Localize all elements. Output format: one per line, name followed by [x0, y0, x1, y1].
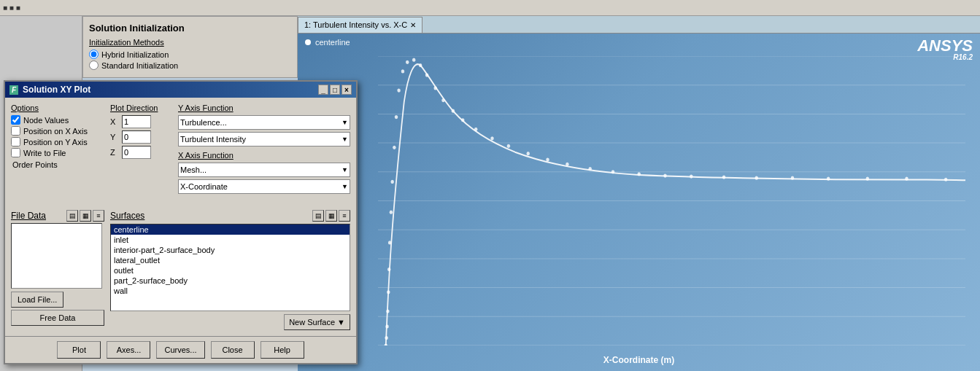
- options-checkboxes: Node Values Position on X Axis Position …: [11, 115, 104, 169]
- plot-tab[interactable]: 1: Turbulent Intensity vs. X-C ✕: [298, 17, 423, 33]
- minimize-button[interactable]: _: [318, 85, 328, 95]
- file-data-btn2[interactable]: ▦: [80, 210, 91, 222]
- svg-point-46: [412, 58, 415, 62]
- position-x-checkbox[interactable]: [11, 126, 20, 136]
- help-button[interactable]: Help: [261, 341, 304, 359]
- file-data-label: File Data: [11, 211, 46, 221]
- load-free-buttons: Load File...: [11, 292, 104, 308]
- dialog-content: Options Node Values Position on X Axis P…: [5, 98, 356, 336]
- surfaces-toolbar: ▤ ▦ ≡: [312, 210, 350, 222]
- dialog-titlebar-icons: _ □ ×: [318, 85, 352, 95]
- plot-direction-label: Plot Direction: [110, 104, 172, 112]
- legend-label: centerline: [315, 38, 350, 47]
- turbulent-intensity-dropdown[interactable]: Turbulent Intensity ▼: [178, 132, 350, 147]
- plot-button[interactable]: Plot: [57, 341, 101, 359]
- bottom-buttons: Plot Axes... Curves... Close Help: [5, 336, 356, 363]
- hybrid-init-label: Hybrid Initialization: [101, 50, 169, 59]
- surfaces-bottom: New Surface ▼: [110, 314, 350, 330]
- surfaces-header: Surfaces ▤ ▦ ≡: [110, 210, 350, 222]
- surface-item-centerline[interactable]: centerline: [111, 224, 350, 235]
- plot-tab-label: 1: Turbulent Intensity vs. X-C: [304, 20, 407, 29]
- svg-point-39: [390, 211, 393, 214]
- new-surface-label: New Surface: [289, 318, 335, 327]
- position-y-checkbox-row: Position on Y Axis: [11, 137, 104, 147]
- svg-point-41: [393, 146, 396, 149]
- chart-svg: 1.00e+02 9.00e+01 8.00e+01 7.00e+01 6.00…: [378, 56, 965, 345]
- plot-tab-close[interactable]: ✕: [410, 21, 416, 29]
- standard-init-radio[interactable]: [89, 60, 99, 70]
- svg-point-54: [490, 136, 493, 140]
- axes-button[interactable]: Axes...: [107, 341, 150, 359]
- x-coordinate-dropdown[interactable]: X-Coordinate ▼: [178, 179, 350, 194]
- plot-legend: centerline: [305, 38, 350, 47]
- free-data-row: Free Data: [11, 310, 104, 326]
- turbulent-intensity-text: Turbulent Intensity: [180, 135, 246, 144]
- node-values-label: Node Values: [23, 116, 69, 125]
- position-x-label: Position on X Axis: [23, 127, 88, 136]
- surfaces-list[interactable]: centerline inlet interior-part_2-surface…: [110, 224, 350, 311]
- turbulence-dropdown[interactable]: Turbulence... ▼: [178, 115, 350, 130]
- hybrid-init-radio[interactable]: [89, 50, 99, 59]
- file-data-btn1[interactable]: ▤: [66, 210, 78, 222]
- free-data-button[interactable]: Free Data: [11, 310, 104, 326]
- surface-item-outlet[interactable]: outlet: [111, 265, 350, 276]
- file-data-btn3[interactable]: ≡: [93, 210, 104, 222]
- options-label: Options: [11, 104, 104, 112]
- mesh-dropdown[interactable]: Mesh... ▼: [178, 163, 350, 177]
- mesh-dropdown-text: Mesh...: [180, 165, 207, 174]
- x-coordinate-arrow: ▼: [342, 183, 348, 190]
- turbulence-dropdown-text: Turbulence...: [180, 118, 227, 127]
- node-values-checkbox[interactable]: [11, 115, 20, 125]
- x-coord-label: X: [110, 117, 119, 126]
- position-x-checkbox-row: Position on X Axis: [11, 126, 104, 136]
- toolbar-icons: ■ ■ ■: [3, 4, 20, 12]
- surface-item-wall[interactable]: wall: [111, 286, 350, 296]
- load-file-button[interactable]: Load File...: [11, 292, 63, 308]
- axis-functions-section: Y Axis Function Turbulence... ▼ Turbulen…: [178, 104, 350, 206]
- svg-point-40: [390, 180, 393, 184]
- toolbar: ■ ■ ■: [0, 0, 980, 16]
- surfaces-btn3[interactable]: ≡: [339, 210, 350, 222]
- z-coord-input[interactable]: [122, 146, 151, 159]
- surfaces-btn1[interactable]: ▤: [312, 210, 324, 222]
- node-values-checkbox-row: Node Values: [11, 115, 104, 125]
- curves-button[interactable]: Curves...: [156, 341, 204, 359]
- write-to-file-checkbox[interactable]: [11, 148, 20, 157]
- order-points-label: Order Points: [12, 160, 58, 169]
- x-coord-input[interactable]: [122, 115, 151, 128]
- new-surface-arrow: ▼: [337, 318, 345, 327]
- surface-item-interior[interactable]: interior-part_2-surface_body: [111, 245, 350, 255]
- maximize-button[interactable]: □: [330, 85, 340, 95]
- dialog-close-button[interactable]: Close: [211, 341, 255, 359]
- turbulent-intensity-arrow: ▼: [342, 136, 348, 143]
- svg-point-55: [507, 144, 510, 148]
- svg-point-42: [395, 115, 398, 119]
- solution-init-panel: Solution Initialization Initialization M…: [82, 16, 298, 78]
- y-coord-row: Y: [110, 130, 172, 144]
- mesh-dropdown-arrow: ▼: [342, 166, 348, 173]
- position-y-label: Position on Y Axis: [23, 138, 88, 147]
- surfaces-btn2[interactable]: ▦: [325, 210, 337, 222]
- position-y-checkbox[interactable]: [11, 137, 20, 147]
- plot-area: 1: Turbulent Intensity vs. X-C ✕ centerl…: [298, 16, 980, 371]
- y-coord-label: Y: [110, 133, 119, 141]
- init-methods-label: Initialization Methods: [89, 38, 291, 47]
- surface-item-lateral[interactable]: lateral_outlet: [111, 255, 350, 265]
- y-coord-input[interactable]: [122, 130, 151, 144]
- file-data-list: [11, 223, 102, 289]
- x-axis-function-label: X Axis Function: [178, 151, 350, 160]
- standard-init-label: Standard Initialization: [101, 61, 178, 70]
- file-data-section: File Data ▤ ▦ ≡ Load File... Free Data: [11, 210, 104, 330]
- surfaces-label: Surfaces: [110, 211, 144, 221]
- write-to-file-checkbox-row: Write to File: [11, 148, 104, 157]
- new-surface-button[interactable]: New Surface ▼: [284, 314, 350, 330]
- close-button[interactable]: ×: [342, 85, 352, 95]
- z-coord-row: Z: [110, 146, 172, 159]
- surface-item-inlet[interactable]: inlet: [111, 235, 350, 245]
- surface-item-part2[interactable]: part_2-surface_body: [111, 276, 350, 286]
- solution-init-title: Solution Initialization: [89, 23, 291, 34]
- x-axis-title: X-Coordinate (m): [603, 355, 674, 365]
- dialog-title: Solution XY Plot: [23, 85, 90, 95]
- surfaces-section: Surfaces ▤ ▦ ≡ centerline inlet interior…: [110, 210, 350, 330]
- file-data-header: File Data ▤ ▦ ≡: [11, 210, 104, 222]
